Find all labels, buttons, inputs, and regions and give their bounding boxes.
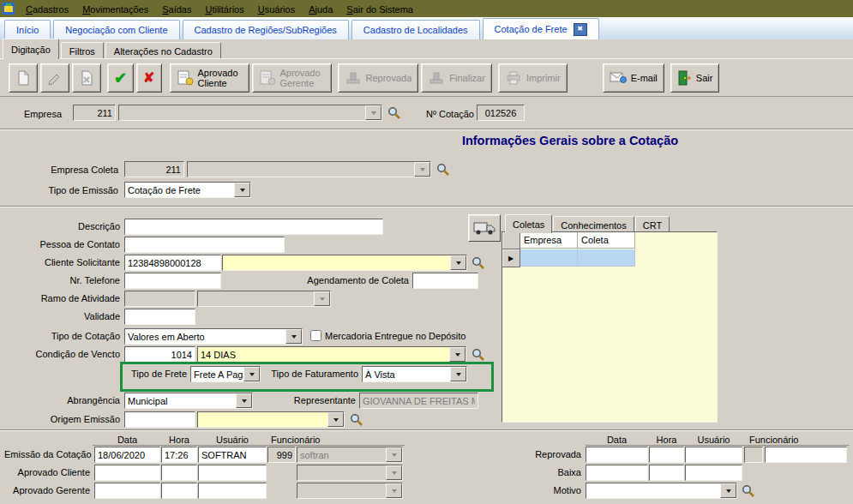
subtab-alteracoes-no-cadastro[interactable]: Alterações no Cadastro: [105, 42, 221, 59]
abrangencia-combo[interactable]: Municipal: [124, 393, 253, 409]
baixa-usuario-input[interactable]: [685, 465, 742, 481]
representante-input[interactable]: [359, 393, 478, 409]
aprovado-cliente-hora-input[interactable]: [161, 465, 197, 481]
aprovado-cliente-funcionario-combo-text: [297, 465, 386, 480]
empresa-combo[interactable]: [118, 105, 382, 121]
emissao-funcionario-combo[interactable]: softran: [297, 447, 403, 463]
menu-cadastros[interactable]: Cadastros: [19, 2, 75, 16]
reprovada-hora-input[interactable]: [649, 447, 684, 463]
empresa-input[interactable]: [73, 105, 116, 121]
finalizar-button[interactable]: Finalizar: [421, 63, 492, 93]
menu-utilitarios[interactable]: Utilitários: [198, 2, 250, 16]
menu-ajuda[interactable]: Ajuda: [302, 2, 339, 16]
sair-button[interactable]: Sair: [670, 63, 720, 93]
emissao-data-input[interactable]: [94, 447, 160, 463]
grid-cell-empresa: [520, 249, 578, 267]
condicao-vencto-combo-text: 14 DIAS: [198, 347, 449, 362]
empresa-search-icon[interactable]: [387, 106, 400, 119]
discard-button[interactable]: ✘: [136, 63, 161, 93]
pessoa-contato-input[interactable]: [124, 237, 285, 253]
aprovado-cliente-usuario-input[interactable]: [198, 465, 267, 481]
nr-telefone-input[interactable]: [124, 273, 221, 289]
tab-inicio[interactable]: Início: [4, 20, 51, 39]
reprovada-data-input[interactable]: [586, 447, 648, 463]
tab-coletas[interactable]: Coletas: [505, 214, 552, 233]
ramo-atividade-combo[interactable]: [197, 291, 331, 307]
reprovada-funcionario-input[interactable]: [765, 447, 847, 463]
email-button[interactable]: E-mail: [603, 63, 664, 93]
reprovada-usuario-input[interactable]: [685, 447, 742, 463]
tab-cadastro-regioes[interactable]: Cadastro de Regiões/SubRegiões: [183, 20, 349, 39]
truck-button[interactable]: [468, 214, 501, 242]
motivo-search-icon[interactable]: [742, 484, 754, 497]
emissao-funcionario-code-input[interactable]: [267, 447, 296, 463]
empresa-coleta-combo[interactable]: [187, 161, 431, 177]
aprovado-gerente-usuario-input[interactable]: [198, 483, 267, 499]
tab-label: Cadastro de Localidades: [363, 25, 468, 35]
origem-emissao-combo[interactable]: [197, 411, 345, 428]
aprovado-cliente-funcionario-combo[interactable]: [297, 465, 403, 481]
tab-label: Início: [16, 25, 39, 35]
origem-emissao-input[interactable]: [124, 411, 195, 428]
menu-usuarios[interactable]: Usuários: [251, 2, 302, 16]
empresa-coleta-input[interactable]: [124, 161, 184, 177]
sheet-icon: [15, 70, 31, 86]
baixa-hora-input[interactable]: [649, 465, 684, 481]
tab-negociacao-com-cliente[interactable]: Negociação com Cliente: [53, 20, 179, 39]
descricao-input[interactable]: [124, 219, 383, 235]
tipo-faturamento-combo[interactable]: À Vista: [362, 366, 467, 382]
mercadoria-checkbox[interactable]: [310, 330, 321, 341]
tab-cotacao-de-frete[interactable]: Cotação de Frete ✖: [483, 18, 599, 39]
empresa-coleta-search-icon[interactable]: [436, 163, 449, 176]
header-underline: [93, 445, 405, 446]
condicao-vencto-input[interactable]: [124, 346, 195, 363]
cliente-solicitante-input[interactable]: [124, 255, 221, 271]
baixa-data-input[interactable]: [586, 465, 648, 481]
emissao-hora-input[interactable]: [161, 447, 197, 463]
cancel-record-button[interactable]: [72, 63, 101, 93]
col-funcionario-label: Funcionário: [749, 435, 798, 445]
motivo-combo[interactable]: [586, 483, 737, 499]
grid-selected-row[interactable]: ▶: [502, 249, 717, 267]
confirm-button[interactable]: ✔: [107, 63, 134, 93]
emissao-usuario-input[interactable]: [198, 447, 267, 463]
cliente-solicitante-search-icon[interactable]: [472, 256, 484, 269]
validade-input[interactable]: [124, 309, 195, 325]
tab-crt[interactable]: CRT: [635, 216, 670, 233]
tab-close-icon[interactable]: ✖: [574, 23, 587, 36]
imprimir-button[interactable]: Imprimir: [498, 63, 568, 93]
tipo-emissao-combo[interactable]: Cotação de Frete: [124, 182, 251, 198]
edit-record-button[interactable]: [40, 63, 69, 93]
menu-sair-do-sistema[interactable]: Sair do Sistema: [339, 2, 420, 16]
tab-label: Negociação com Cliente: [65, 25, 167, 35]
tipo-cotacao-combo[interactable]: Valores em Aberto: [124, 328, 303, 345]
ramo-atividade-input[interactable]: [124, 291, 195, 307]
subtab-filtros[interactable]: Filtros: [61, 42, 104, 59]
menu-movimentacoes[interactable]: Movimentações: [75, 2, 155, 16]
tab-conhecimentos[interactable]: Conhecimentos: [553, 216, 634, 233]
cliente-solicitante-combo[interactable]: [222, 255, 467, 271]
aprovado-gerente-funcionario-combo[interactable]: [297, 483, 403, 499]
condicao-vencto-search-icon[interactable]: [472, 348, 484, 361]
subtab-digitacao[interactable]: Digitação: [3, 39, 59, 59]
aprovado-gerente-hora-input[interactable]: [161, 483, 197, 499]
aprovado-gerente-button[interactable]: Aprovado Gerente: [252, 63, 332, 93]
aprovado-gerente-data-input[interactable]: [94, 483, 160, 499]
agendamento-input[interactable]: [412, 273, 478, 289]
chevron-down-icon: [234, 183, 250, 197]
new-record-button[interactable]: [9, 63, 38, 93]
separator: [0, 206, 853, 207]
reprovada-funcionario-code-input[interactable]: [744, 447, 763, 463]
aprovado-gerente-funcionario-combo-text: [297, 483, 386, 498]
tipo-frete-combo[interactable]: Frete A Pagar: [190, 366, 261, 382]
reprovada-button[interactable]: Reprovada: [338, 63, 419, 93]
origem-emissao-search-icon[interactable]: [350, 413, 363, 426]
menu-saidas[interactable]: Saídas: [155, 2, 198, 16]
aprovado-gerente-row-label: Aprovado Gerente: [4, 485, 90, 495]
tab-label: Cotação de Frete: [495, 24, 568, 34]
condicao-vencto-combo[interactable]: 14 DIAS: [197, 346, 466, 363]
aprovado-cliente-data-input[interactable]: [94, 465, 160, 481]
aprovado-cliente-button[interactable]: Aprovado Cliente: [170, 63, 249, 93]
tab-cadastro-localidades[interactable]: Cadastro de Localidades: [351, 20, 480, 39]
num-cotacao-input[interactable]: [477, 105, 525, 121]
